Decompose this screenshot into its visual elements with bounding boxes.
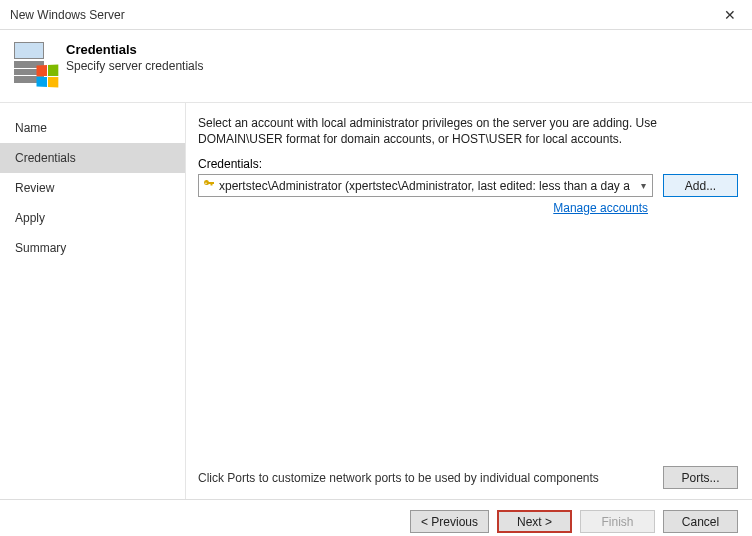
sidebar-item-credentials[interactable]: Credentials (0, 143, 185, 173)
credentials-label: Credentials: (198, 157, 738, 171)
sidebar-item-summary[interactable]: Summary (0, 233, 185, 263)
page-title: Credentials (66, 42, 203, 57)
ports-text: Click Ports to customize network ports t… (198, 471, 599, 485)
close-button[interactable]: ✕ (707, 0, 752, 30)
add-button[interactable]: Add... (663, 174, 738, 197)
ports-button[interactable]: Ports... (663, 466, 738, 489)
close-icon: ✕ (724, 7, 736, 23)
main-panel: Select an account with local administrat… (185, 103, 752, 499)
chevron-down-icon: ▾ (639, 180, 648, 191)
credentials-selected-text: xpertstec\Administrator (xpertstec\Admin… (219, 179, 635, 193)
titlebar: New Windows Server ✕ (0, 0, 752, 30)
sidebar: Name Credentials Review Apply Summary (0, 103, 185, 499)
sidebar-item-review[interactable]: Review (0, 173, 185, 203)
server-icon (14, 42, 52, 84)
cancel-button[interactable]: Cancel (663, 510, 738, 533)
sidebar-item-apply[interactable]: Apply (0, 203, 185, 233)
key-icon (203, 178, 215, 193)
instruction-text: Select an account with local administrat… (198, 115, 738, 147)
window-title: New Windows Server (10, 8, 125, 22)
manage-accounts-link[interactable]: Manage accounts (553, 201, 648, 215)
header: Credentials Specify server credentials (0, 30, 752, 102)
credentials-select[interactable]: xpertstec\Administrator (xpertstec\Admin… (198, 174, 653, 197)
sidebar-item-name[interactable]: Name (0, 113, 185, 143)
page-subtitle: Specify server credentials (66, 59, 203, 73)
previous-button[interactable]: < Previous (410, 510, 489, 533)
finish-button: Finish (580, 510, 655, 533)
next-button[interactable]: Next > (497, 510, 572, 533)
windows-logo-icon (37, 65, 59, 88)
footer: < Previous Next > Finish Cancel (0, 500, 752, 536)
